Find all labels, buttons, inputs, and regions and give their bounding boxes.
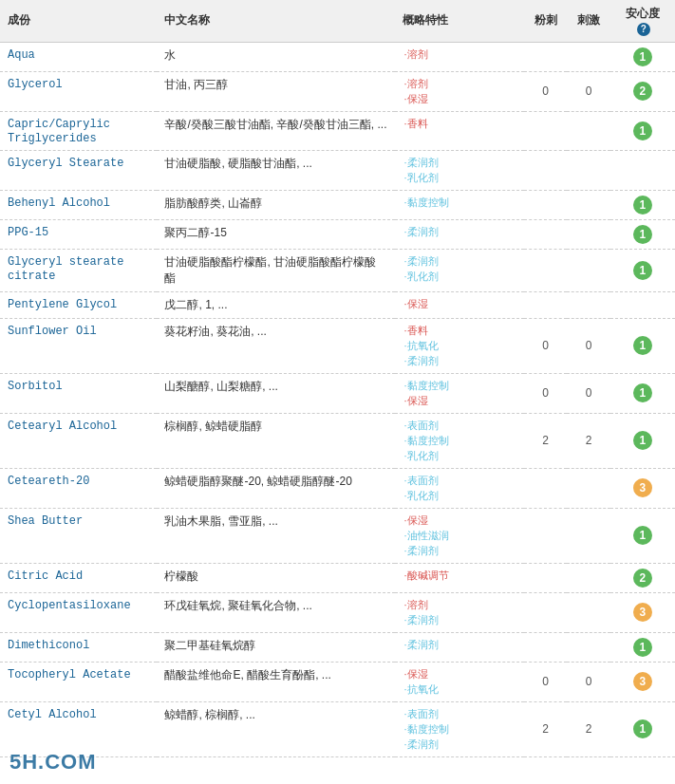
chinese-name-cell: 甘油, 丙三醇 bbox=[157, 71, 394, 111]
property-tag: ·乳化剂 bbox=[403, 171, 516, 185]
ingredient-name[interactable]: Triglycerides bbox=[8, 132, 97, 145]
ingredient-name[interactable]: Pentylene Glycol bbox=[8, 298, 117, 311]
ingredient-name-cell: Glycerol bbox=[0, 71, 157, 111]
table-row: Pentylene Glycol戊二醇, 1, ...·保湿 bbox=[0, 291, 675, 318]
safety-badge: 1 bbox=[633, 196, 652, 215]
chinese-name-cell: 环戊硅氧烷, 聚硅氧化合物, ... bbox=[157, 592, 394, 632]
safety-badge-cell: 1 bbox=[610, 190, 675, 219]
ingredient-name[interactable]: Glycerol bbox=[8, 78, 63, 91]
table-row: Sorbitol山梨醣醇, 山梨糖醇, ...·黏度控制·保湿001 bbox=[0, 373, 675, 413]
irritant-score bbox=[567, 508, 609, 563]
table-row: PPG-15聚丙二醇-15·柔润剂1 bbox=[0, 219, 675, 249]
tags-cell: ·黏度控制·保湿 bbox=[395, 373, 524, 413]
ingredient-name[interactable]: Cetearyl Alcohol bbox=[8, 420, 117, 433]
property-tag: ·香料 bbox=[403, 324, 516, 338]
safety-badge-cell: 3 bbox=[610, 592, 675, 632]
property-tag: ·柔润剂 bbox=[403, 354, 516, 368]
ingredient-name[interactable]: Behenyl Alcohol bbox=[8, 196, 110, 210]
irritant-score bbox=[567, 111, 609, 150]
safety-badge: 1 bbox=[633, 225, 652, 244]
ingredient-name[interactable]: Citric Acid bbox=[8, 569, 83, 583]
chinese-name-cell: 聚二甲基硅氧烷醇 bbox=[157, 632, 394, 662]
tags-cell: ·溶剂·柔润剂 bbox=[395, 592, 524, 632]
ingredient-name[interactable]: Cyclopentasiloxane bbox=[8, 599, 131, 612]
property-tag: ·溶剂 bbox=[403, 47, 516, 62]
safety-badge-cell: 1 bbox=[610, 508, 675, 563]
table-row: Aqua水·溶剂1 bbox=[0, 42, 675, 71]
chinese-name: 鲸蜡硬脂醇聚醚-20, 鲸蜡硬脂醇醚-20 bbox=[164, 475, 351, 488]
ingredient-name[interactable]: Dimethiconol bbox=[8, 639, 89, 652]
chinese-name: 甘油, 丙三醇 bbox=[164, 78, 228, 91]
acne-score bbox=[524, 468, 567, 508]
acne-score bbox=[524, 291, 567, 318]
acne-score bbox=[524, 563, 567, 592]
table-row: Glyceryl Stearate甘油硬脂酸, 硬脂酸甘油酯, ...·柔润剂·… bbox=[0, 150, 675, 190]
chinese-name-cell: 棕榈醇, 鲸蜡硬脂醇 bbox=[157, 413, 394, 468]
chinese-name-cell: 水 bbox=[157, 42, 394, 71]
ingredient-name[interactable]: Cetyl Alcohol bbox=[8, 708, 97, 721]
chinese-name: 山梨醣醇, 山梨糖醇, ... bbox=[164, 380, 277, 393]
ingredient-name-cell: Dimethiconol bbox=[0, 632, 157, 662]
ingredient-name[interactable]: Tocopheryl Acetate bbox=[8, 668, 131, 681]
property-tag: ·表面剂 bbox=[403, 419, 516, 433]
property-tag: ·柔润剂 bbox=[403, 544, 516, 558]
ingredient-name[interactable]: Glyceryl stearate citrate bbox=[8, 255, 123, 283]
chinese-name: 葵花籽油, 葵花油, ... bbox=[164, 325, 266, 338]
acne-score bbox=[524, 632, 567, 662]
ingredient-name-cell: Cetyl Alcohol bbox=[0, 701, 157, 756]
table-row: Capric/CaprylicTriglycerides辛酸/癸酸三酸甘油酯, … bbox=[0, 111, 675, 150]
safety-badge: 1 bbox=[633, 431, 652, 450]
table-row: Glyceryl stearate citrate甘油硬脂酸酯柠檬酯, 甘油硬脂… bbox=[0, 249, 675, 291]
property-tag: ·乳化剂 bbox=[403, 270, 516, 284]
ingredient-name-cell: Pentylene Glycol bbox=[0, 291, 157, 318]
property-tag: ·黏度控制 bbox=[403, 379, 516, 393]
property-tag: ·保湿 bbox=[403, 394, 516, 408]
table-row: Ceteareth-20鲸蜡硬脂醇聚醚-20, 鲸蜡硬脂醇醚-20·表面剂·乳化… bbox=[0, 468, 675, 508]
acne-score bbox=[524, 249, 567, 291]
table-row: Glycerol甘油, 丙三醇·溶剂·保湿002 bbox=[0, 71, 675, 111]
col-irritant: 刺激 bbox=[567, 0, 609, 42]
chinese-name: 棕榈醇, 鲸蜡硬脂醇 bbox=[164, 420, 262, 433]
property-tag: ·柔润剂 bbox=[403, 613, 516, 627]
tags-cell: ·柔润剂 bbox=[395, 632, 524, 662]
chinese-name-cell: 聚丙二醇-15 bbox=[157, 219, 394, 249]
property-tag: ·乳化剂 bbox=[403, 489, 516, 503]
safety-badge-cell: 1 bbox=[610, 373, 675, 413]
acne-score bbox=[524, 190, 567, 219]
tags-cell: ·保湿 bbox=[395, 291, 524, 318]
tags-cell: ·表面剂·乳化剂 bbox=[395, 468, 524, 508]
ingredient-name-cell: Glyceryl stearate citrate bbox=[0, 249, 157, 291]
acne-score bbox=[524, 42, 567, 71]
property-tag: ·柔润剂 bbox=[403, 737, 516, 752]
irritant-score bbox=[567, 249, 609, 291]
tags-cell: ·酸碱调节 bbox=[395, 563, 524, 592]
ingredient-name[interactable]: PPG-15 bbox=[8, 226, 48, 239]
ingredient-name[interactable]: Sunflower Oil bbox=[8, 325, 97, 338]
property-tag: ·溶剂 bbox=[403, 598, 516, 612]
ingredient-name[interactable]: Sorbitol bbox=[8, 380, 63, 393]
chinese-name: 脂肪酸醇类, 山崙醇 bbox=[164, 196, 262, 210]
table-row: Cetyl Alcohol鲸蜡醇, 棕榈醇, ...·表面剂·黏度控制·柔润剂2… bbox=[0, 701, 675, 756]
acne-score bbox=[524, 508, 567, 563]
safety-badge-cell bbox=[610, 150, 675, 190]
property-tag: ·黏度控制 bbox=[403, 722, 516, 737]
irritant-score: 0 bbox=[567, 662, 609, 701]
ingredient-name[interactable]: Capric/Caprylic bbox=[8, 118, 110, 131]
ingredient-name[interactable]: Glyceryl Stearate bbox=[8, 157, 123, 170]
safety-badge-cell: 1 bbox=[610, 632, 675, 662]
ingredient-name[interactable]: Ceteareth-20 bbox=[8, 475, 89, 488]
chinese-name-cell: 甘油硬脂酸, 硬脂酸甘油酯, ... bbox=[157, 150, 394, 190]
safety-badge-cell: 1 bbox=[610, 318, 675, 373]
help-icon[interactable]: ? bbox=[637, 23, 650, 36]
ingredient-name[interactable]: Shea Butter bbox=[8, 514, 83, 528]
acne-score: 0 bbox=[524, 662, 567, 701]
chinese-name: 环戊硅氧烷, 聚硅氧化合物, ... bbox=[164, 599, 311, 612]
property-tag: ·保湿 bbox=[403, 513, 516, 528]
safety-badge-cell: 3 bbox=[610, 662, 675, 701]
table-row: Shea Butter乳油木果脂, 雪亚脂, ...·保湿·油性滋润·柔润剂1 bbox=[0, 508, 675, 563]
ingredient-name[interactable]: Aqua bbox=[8, 48, 35, 62]
irritant-score bbox=[567, 190, 609, 219]
safety-badge-cell: 1 bbox=[610, 111, 675, 150]
acne-score bbox=[524, 150, 567, 190]
ingredient-table-container: 成份 中文名称 概略特性 粉刺 刺激 安心度 ? Aqua水·溶剂1Glycer… bbox=[0, 0, 675, 757]
